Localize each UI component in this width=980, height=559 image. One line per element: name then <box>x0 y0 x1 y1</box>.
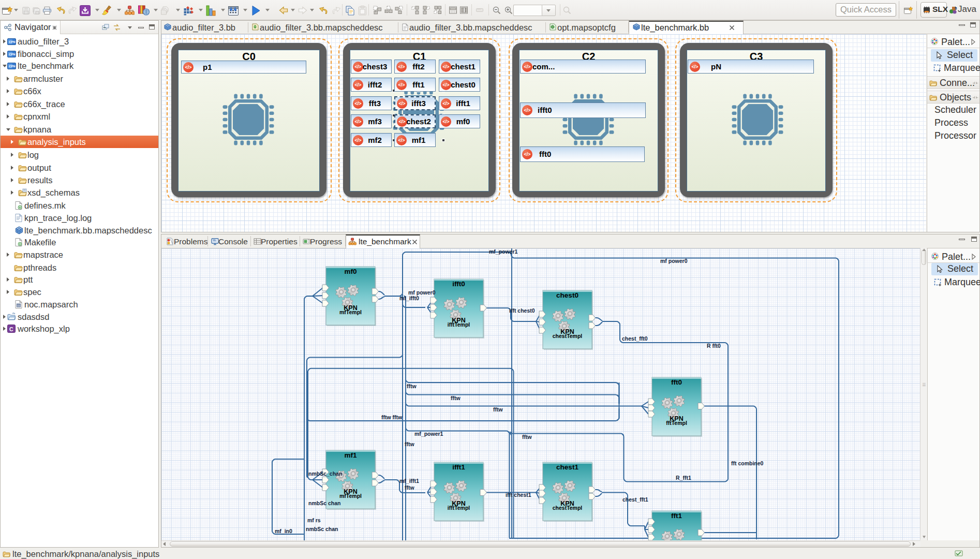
svg-text:fftw: fftw <box>493 406 503 413</box>
svg-text:chestTempl: chestTempl <box>553 505 583 511</box>
svg-text:chest_fft0: chest_fft0 <box>622 335 648 342</box>
svg-text:fft combine0: fft combine0 <box>731 460 764 466</box>
svg-text:nmbSc chan: nmbSc chan <box>306 526 338 532</box>
svg-text:chest_fft1: chest_fft1 <box>622 496 648 503</box>
svg-text:ifftTempl: ifftTempl <box>448 321 470 328</box>
svg-text:R fft0: R fft0 <box>707 343 721 349</box>
svg-text:mfTempl: mfTempl <box>339 309 362 315</box>
svg-text:chestTempl: chestTempl <box>553 333 583 339</box>
svg-text:fftw: fftw <box>405 484 414 491</box>
svg-text:C: C <box>9 326 13 332</box>
svg-text:nmbSc chan: nmbSc chan <box>308 500 340 506</box>
svg-text:ifft chest0: ifft chest0 <box>509 307 535 314</box>
svg-text:mf_power1: mf_power1 <box>489 248 518 255</box>
svg-text:fftw: fftw <box>405 441 414 447</box>
svg-text:mf_in0: mf_in0 <box>275 528 292 534</box>
svg-text:fftw fftw: fftw fftw <box>381 414 403 420</box>
svg-text:ifft1: ifft1 <box>452 463 465 471</box>
svg-text:fftw: fftw <box>451 395 461 401</box>
svg-text:fftw: fftw <box>522 434 532 440</box>
svg-text:mf0: mf0 <box>344 268 357 275</box>
svg-text:R_fft1: R_fft1 <box>676 475 691 481</box>
svg-text:mf1: mf1 <box>344 451 357 459</box>
svg-text:J: J <box>955 6 957 11</box>
svg-text:mf_ifft1: mf_ifft1 <box>399 478 419 484</box>
svg-text:mf_power1: mf_power1 <box>414 431 443 437</box>
svg-text:fft0: fft0 <box>671 378 682 386</box>
svg-text:CPN: CPN <box>9 53 16 56</box>
svg-text:ifft0: ifft0 <box>452 280 465 288</box>
svg-text:nmbSc_chan: nmbSc_chan <box>308 470 342 477</box>
svg-text:fftTempl: fftTempl <box>666 420 687 426</box>
svg-text:mfTempl: mfTempl <box>339 493 362 499</box>
svg-text:chest0: chest0 <box>556 291 578 299</box>
svg-text:CPN: CPN <box>9 65 16 68</box>
svg-text:mf_ifft0: mf_ifft0 <box>399 295 419 301</box>
svg-text:mf power0: mf power0 <box>660 258 688 264</box>
svg-text:ifft chest1: ifft chest1 <box>506 492 531 498</box>
svg-text:chest1: chest1 <box>556 463 578 471</box>
svg-text:fft1: fft1 <box>671 512 682 520</box>
svg-text:CPN: CPN <box>9 40 16 43</box>
svg-text:mf rs: mf rs <box>307 517 321 523</box>
svg-text:fftw: fftw <box>407 383 417 389</box>
svg-text:ifftTempl: ifftTempl <box>448 505 470 511</box>
